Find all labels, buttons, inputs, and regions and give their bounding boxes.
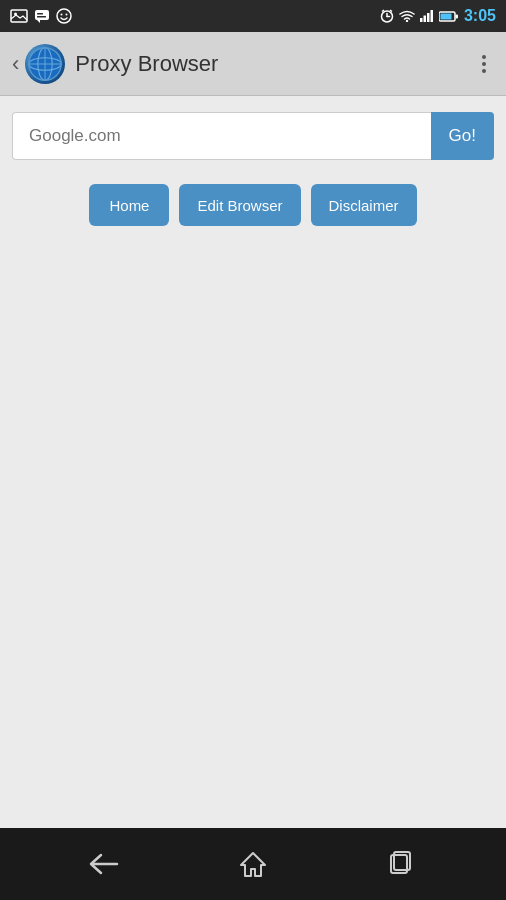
nav-back-button[interactable] xyxy=(79,839,129,889)
menu-dot-1 xyxy=(482,55,486,59)
svg-marker-29 xyxy=(241,853,265,876)
status-icons-left xyxy=(10,8,72,24)
menu-dot-3 xyxy=(482,69,486,73)
svg-rect-18 xyxy=(430,10,433,22)
svg-rect-21 xyxy=(440,13,451,19)
app-icon xyxy=(25,44,65,84)
wifi-icon xyxy=(399,10,415,22)
svg-rect-0 xyxy=(11,10,27,22)
search-input[interactable] xyxy=(12,112,431,160)
home-nav-icon xyxy=(239,850,267,878)
overflow-menu-button[interactable] xyxy=(474,47,494,81)
picture-icon xyxy=(10,9,28,23)
svg-rect-5 xyxy=(37,16,46,18)
app-title: Proxy Browser xyxy=(75,51,474,77)
svg-point-7 xyxy=(61,14,63,16)
back-nav-icon xyxy=(89,853,119,875)
edit-browser-button[interactable]: Edit Browser xyxy=(179,184,300,226)
home-button[interactable]: Home xyxy=(89,184,169,226)
battery-icon xyxy=(439,11,459,22)
svg-point-6 xyxy=(57,9,71,23)
svg-rect-2 xyxy=(35,10,49,20)
menu-dot-2 xyxy=(482,62,486,66)
go-button[interactable]: Go! xyxy=(431,112,494,160)
recents-nav-icon xyxy=(389,851,415,877)
nav-home-button[interactable] xyxy=(228,839,278,889)
status-icons-right: 3:05 xyxy=(380,7,496,25)
svg-rect-15 xyxy=(420,18,423,22)
svg-point-14 xyxy=(406,20,408,22)
svg-rect-4 xyxy=(37,13,43,15)
search-bar: Go! xyxy=(12,112,494,160)
action-buttons: Home Edit Browser Disclaimer xyxy=(12,184,494,226)
disclaimer-button[interactable]: Disclaimer xyxy=(311,184,417,226)
nav-bar xyxy=(0,828,506,900)
svg-point-8 xyxy=(66,14,68,16)
globe-icon xyxy=(27,46,63,82)
alarm-icon xyxy=(380,9,394,23)
nav-recents-button[interactable] xyxy=(377,839,427,889)
emoji-icon xyxy=(56,8,72,24)
svg-marker-3 xyxy=(37,20,40,23)
signal-icon xyxy=(420,10,434,22)
back-button[interactable]: ‹ xyxy=(12,51,19,77)
status-bar: 3:05 xyxy=(0,0,506,32)
status-time: 3:05 xyxy=(464,7,496,25)
app-bar: ‹ Proxy Browser xyxy=(0,32,506,96)
svg-rect-20 xyxy=(455,14,458,18)
chat-icon xyxy=(34,9,50,24)
svg-rect-16 xyxy=(423,16,426,23)
svg-rect-17 xyxy=(427,13,430,22)
main-content: Go! Home Edit Browser Disclaimer xyxy=(0,96,506,828)
